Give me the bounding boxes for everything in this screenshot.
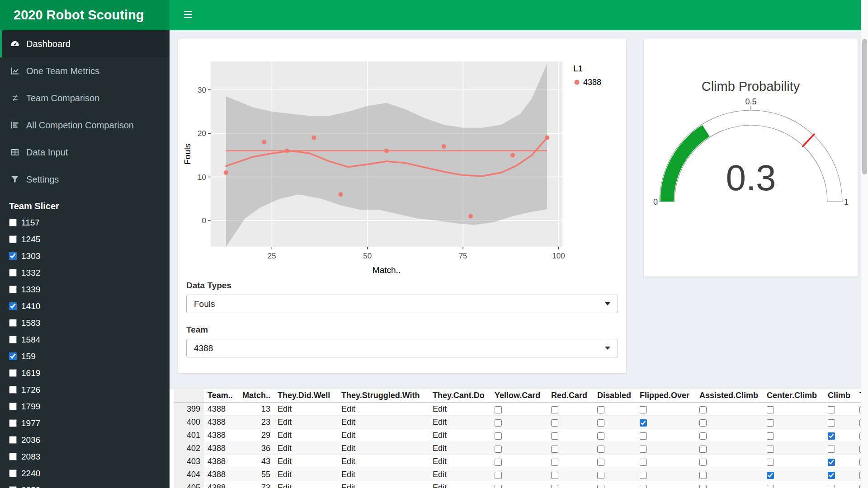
climb-checkbox[interactable] bbox=[828, 406, 835, 413]
center-climb-checkbox[interactable] bbox=[767, 406, 774, 413]
edit-cant-do-button[interactable]: Edit bbox=[429, 429, 491, 442]
column-header-center-climb[interactable]: Center.Climb bbox=[763, 389, 824, 403]
red-card-checkbox[interactable] bbox=[551, 472, 558, 479]
team-slicer-option-1339[interactable]: 1339 bbox=[0, 281, 170, 298]
assisted-climb-checkbox[interactable] bbox=[699, 419, 707, 427]
team-slicer-option-2083[interactable]: 2083 bbox=[0, 448, 170, 465]
team-checkbox-1410[interactable] bbox=[9, 302, 17, 310]
sidebar-item-team-comparison[interactable]: ≠Team Comparison bbox=[0, 84, 170, 112]
climb-checkbox[interactable] bbox=[828, 485, 835, 488]
edit-struggled-button[interactable]: Edit bbox=[338, 442, 429, 455]
sidebar-item-all-competion-comparison[interactable]: All Competion Comparison bbox=[0, 112, 170, 139]
center-climb-checkbox[interactable] bbox=[767, 419, 774, 427]
column-header-they-struggled-with[interactable]: They.Struggled.With bbox=[338, 389, 429, 403]
team-select[interactable]: 4388 bbox=[186, 339, 618, 357]
climb-checkbox[interactable] bbox=[828, 472, 835, 479]
edit-did-well-button[interactable]: Edit bbox=[274, 429, 338, 442]
edit-struggled-button[interactable]: Edit bbox=[338, 403, 429, 416]
team-checkbox-1619[interactable] bbox=[9, 369, 17, 377]
edit-did-well-button[interactable]: Edit bbox=[274, 481, 338, 488]
edit-cant-do-button[interactable]: Edit bbox=[429, 468, 491, 481]
edit-cant-do-button[interactable]: Edit bbox=[429, 403, 491, 416]
team-checkbox-1339[interactable] bbox=[9, 286, 17, 293]
team-slicer-option-1583[interactable]: 1583 bbox=[0, 314, 170, 331]
yellow-card-checkbox[interactable] bbox=[495, 432, 502, 440]
vertical-scrollbar[interactable] bbox=[861, 0, 868, 488]
edit-cant-do-button[interactable]: Edit bbox=[429, 442, 491, 455]
column-header-red-card[interactable]: Red.Card bbox=[547, 389, 594, 403]
team-checkbox-1583[interactable] bbox=[9, 319, 17, 327]
team-checkbox-2240[interactable] bbox=[9, 469, 17, 477]
disabled-checkbox[interactable] bbox=[597, 419, 604, 427]
edit-did-well-button[interactable]: Edit bbox=[274, 403, 338, 416]
edit-struggled-button[interactable]: Edit bbox=[338, 481, 429, 488]
team-slicer-option-1584[interactable]: 1584 bbox=[0, 331, 170, 348]
team-slicer-option-2259[interactable]: 2259 bbox=[0, 482, 170, 488]
team-checkbox-1303[interactable] bbox=[9, 252, 17, 260]
red-card-checkbox[interactable] bbox=[551, 419, 558, 427]
edit-did-well-button[interactable]: Edit bbox=[274, 416, 338, 429]
red-card-checkbox[interactable] bbox=[551, 446, 558, 453]
red-card-checkbox[interactable] bbox=[551, 485, 558, 488]
edit-did-well-button[interactable]: Edit bbox=[274, 468, 338, 481]
center-climb-checkbox[interactable] bbox=[767, 472, 774, 479]
column-header-flipped-over[interactable]: Flipped.Over bbox=[636, 389, 696, 403]
team-checkbox-2259[interactable] bbox=[9, 486, 17, 488]
team-slicer-option-2240[interactable]: 2240 bbox=[0, 465, 170, 482]
team-slicer-option-2036[interactable]: 2036 bbox=[0, 432, 170, 448]
edit-struggled-button[interactable]: Edit bbox=[338, 468, 429, 481]
assisted-climb-checkbox[interactable] bbox=[699, 472, 707, 479]
column-header-team[interactable]: Team.. bbox=[204, 389, 235, 403]
assisted-climb-checkbox[interactable] bbox=[699, 485, 707, 488]
edit-cant-do-button[interactable]: Edit bbox=[429, 416, 491, 429]
sidebar-toggle-button[interactable] bbox=[180, 8, 196, 23]
column-header-climb[interactable]: Climb bbox=[824, 389, 856, 403]
edit-struggled-button[interactable]: Edit bbox=[338, 416, 429, 429]
team-checkbox-1799[interactable] bbox=[9, 403, 17, 410]
edit-did-well-button[interactable]: Edit bbox=[274, 455, 338, 468]
edit-did-well-button[interactable]: Edit bbox=[274, 442, 338, 455]
team-checkbox-1977[interactable] bbox=[9, 419, 17, 427]
team-slicer-option-1332[interactable]: 1332 bbox=[0, 264, 170, 281]
disabled-checkbox[interactable] bbox=[597, 446, 604, 453]
climb-checkbox[interactable] bbox=[828, 459, 835, 466]
team-checkbox-1332[interactable] bbox=[9, 269, 17, 277]
center-climb-checkbox[interactable] bbox=[767, 459, 774, 466]
climb-checkbox[interactable] bbox=[828, 446, 835, 453]
team-slicer-option-1619[interactable]: 1619 bbox=[0, 365, 170, 381]
assisted-climb-checkbox[interactable] bbox=[699, 459, 707, 466]
sidebar-item-settings[interactable]: Settings bbox=[0, 166, 170, 193]
column-header-yellow-card[interactable]: Yellow.Card bbox=[491, 389, 547, 403]
sidebar-item-data-input[interactable]: Data Input bbox=[0, 139, 170, 166]
scrollbar-thumb[interactable] bbox=[862, 39, 867, 174]
disabled-checkbox[interactable] bbox=[597, 472, 604, 479]
assisted-climb-checkbox[interactable] bbox=[699, 406, 707, 413]
team-checkbox-2036[interactable] bbox=[9, 436, 17, 444]
sidebar-item-dashboard[interactable]: Dashboard bbox=[0, 30, 170, 57]
column-header-disabled[interactable]: Disabled bbox=[594, 389, 636, 403]
yellow-card-checkbox[interactable] bbox=[495, 406, 502, 413]
flipped-over-checkbox[interactable] bbox=[640, 485, 647, 488]
sidebar-item-one-team-metrics[interactable]: One Team Metrics bbox=[0, 57, 170, 84]
team-slicer-option-1157[interactable]: 1157 bbox=[0, 214, 170, 231]
red-card-checkbox[interactable] bbox=[551, 432, 558, 440]
team-checkbox-159[interactable] bbox=[9, 352, 17, 360]
climb-checkbox[interactable] bbox=[828, 419, 835, 427]
flipped-over-checkbox[interactable] bbox=[640, 419, 647, 427]
data-types-select[interactable]: Fouls bbox=[186, 295, 618, 313]
yellow-card-checkbox[interactable] bbox=[495, 472, 502, 479]
team-checkbox-1584[interactable] bbox=[9, 336, 17, 343]
column-header-rownum[interactable] bbox=[174, 389, 204, 403]
yellow-card-checkbox[interactable] bbox=[495, 446, 502, 453]
edit-cant-do-button[interactable]: Edit bbox=[429, 481, 491, 488]
disabled-checkbox[interactable] bbox=[597, 485, 604, 488]
team-checkbox-1726[interactable] bbox=[9, 386, 17, 394]
flipped-over-checkbox[interactable] bbox=[640, 446, 647, 453]
edit-struggled-button[interactable]: Edit bbox=[338, 455, 429, 468]
team-slicer-option-1303[interactable]: 1303 bbox=[0, 248, 170, 264]
flipped-over-checkbox[interactable] bbox=[640, 432, 647, 440]
flipped-over-checkbox[interactable] bbox=[640, 406, 647, 413]
red-card-checkbox[interactable] bbox=[551, 406, 558, 413]
yellow-card-checkbox[interactable] bbox=[495, 459, 502, 466]
climb-checkbox[interactable] bbox=[828, 432, 835, 440]
